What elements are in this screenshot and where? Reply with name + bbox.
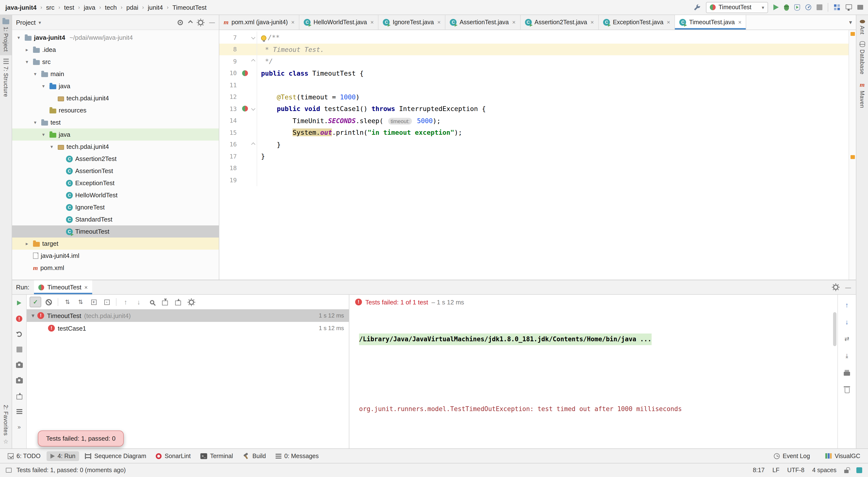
event-log-button[interactable]: Event Log xyxy=(770,451,814,461)
tree-item[interactable]: ▾ main xyxy=(12,68,219,80)
chevron-down-icon[interactable]: ▾ xyxy=(32,71,39,77)
tree-item[interactable]: IgnoreTest xyxy=(12,201,219,213)
error-stripe-mark[interactable] xyxy=(850,32,855,36)
code-area[interactable]: 7 /** 8 * Timeout Test. xyxy=(219,30,848,280)
run-tab[interactable]: TimeoutTest × xyxy=(34,280,92,294)
window-icon[interactable] xyxy=(857,5,863,10)
project-view-title[interactable]: Project xyxy=(16,19,36,26)
editor-tab[interactable]: HelloWorldTest.java × xyxy=(299,15,379,30)
breadcrumb-item[interactable]: java-junit4 xyxy=(5,3,37,12)
profiler-button[interactable] xyxy=(805,4,811,10)
run-class-gutter-icon[interactable] xyxy=(241,70,249,76)
file-encoding[interactable]: UTF-8 xyxy=(787,467,804,474)
tool-button-maven[interactable]: Maven xyxy=(856,78,868,111)
tree-item-root[interactable]: ▾ java-junit4 ~/pdai/www/java-junit4 xyxy=(12,32,219,44)
tool-button-sequence-diagram[interactable]: Sequence Diagram xyxy=(81,451,150,461)
hidden-tabs-icon[interactable]: ▾ xyxy=(849,20,852,25)
stop-button[interactable] xyxy=(816,4,823,10)
debug-button[interactable] xyxy=(784,4,789,10)
test-tree-row[interactable]: testCase1 1 s 12 ms xyxy=(27,322,349,335)
status-message[interactable]: Tests failed: 1, passed: 0 (moments ago) xyxy=(17,467,126,474)
breadcrumb-item[interactable]: junit4 xyxy=(147,3,163,12)
scroll-to-end-icon[interactable]: ⤓ xyxy=(841,350,853,361)
more-icon[interactable]: » xyxy=(13,422,25,433)
import-test-results-icon[interactable] xyxy=(159,297,171,307)
tree-item[interactable]: ▸ target xyxy=(12,238,219,250)
breadcrumb-item[interactable]: TimeoutTest xyxy=(172,3,207,12)
tree-item[interactable]: ▾ java xyxy=(12,129,219,141)
chevron-down-icon[interactable]: ▾ xyxy=(15,35,22,40)
editor-tab[interactable]: IgnoreTest.java × xyxy=(379,15,446,30)
print-icon[interactable] xyxy=(841,368,853,378)
tool-button-messages[interactable]: 0: Messages xyxy=(272,451,323,461)
breadcrumb-item[interactable]: java xyxy=(83,3,96,12)
tool-button-build[interactable]: Build xyxy=(239,451,270,461)
indent-setting[interactable]: 4 spaces xyxy=(812,467,836,474)
editor-tab[interactable]: ExceptionTest.java × xyxy=(599,15,675,30)
tool-button-structure[interactable]: 7: Structure xyxy=(0,55,12,100)
fold-marker-icon[interactable] xyxy=(249,138,257,150)
lock-icon[interactable] xyxy=(844,467,848,473)
tool-button-project[interactable]: 1: Project xyxy=(0,15,12,55)
error-stripe[interactable] xyxy=(848,30,856,280)
tree-item[interactable]: ▾ src xyxy=(12,56,219,68)
chevron-down-icon[interactable]: ▾ xyxy=(48,144,55,149)
collapse-all-icon[interactable] xyxy=(189,21,192,24)
tool-button-sonarlint[interactable]: SonarLint xyxy=(152,451,194,461)
editor-tab[interactable]: AssertionTest.java × xyxy=(445,15,520,30)
clear-console-icon[interactable] xyxy=(841,384,853,395)
tree-item[interactable]: StandardTest xyxy=(12,213,219,226)
breadcrumb-item[interactable]: pdai xyxy=(126,3,139,12)
run-button[interactable] xyxy=(773,4,779,10)
error-stripe-mark[interactable] xyxy=(850,155,855,159)
chevron-down-icon[interactable]: ▾ xyxy=(40,132,47,137)
tree-item[interactable]: resources xyxy=(12,104,219,116)
toggle-auto-test-button[interactable] xyxy=(13,329,25,339)
snapshot-button[interactable] xyxy=(13,375,25,386)
tree-item-selected[interactable]: TimeoutTest xyxy=(12,226,219,238)
settings-gear-icon[interactable] xyxy=(198,20,203,25)
tree-item[interactable]: java-junit4.iml xyxy=(12,250,219,262)
fold-marker-icon[interactable] xyxy=(249,103,257,115)
tree-item[interactable]: ▸ .idea xyxy=(12,44,219,56)
export-test-results-icon[interactable] xyxy=(172,297,184,307)
next-failed-test-icon[interactable]: ↓ xyxy=(133,297,145,307)
locate-file-icon[interactable] xyxy=(178,20,183,25)
tree-item[interactable]: ▾ test xyxy=(12,116,219,129)
close-icon[interactable]: × xyxy=(738,20,742,25)
line-separator[interactable]: LF xyxy=(772,467,779,474)
close-icon[interactable]: × xyxy=(437,20,440,25)
chevron-down-icon[interactable]: ▾ xyxy=(32,313,34,318)
soft-wrap-icon[interactable]: ⇄ xyxy=(841,334,853,344)
tree-item[interactable]: ExceptionTest xyxy=(12,177,219,189)
tree-item[interactable]: Assertion2Test xyxy=(12,153,219,165)
layout-icon[interactable] xyxy=(846,5,852,9)
tool-button-run[interactable]: 4: Run xyxy=(46,451,79,461)
thread-dump-button[interactable] xyxy=(13,360,25,370)
run-test-gutter-icon[interactable] xyxy=(241,106,249,112)
breadcrumb-item[interactable]: test xyxy=(64,3,75,12)
editor-tab[interactable]: Assertion2Test.java × xyxy=(520,15,599,30)
chevron-down-icon[interactable]: ▾ xyxy=(23,59,31,65)
tool-button-favorites[interactable]: 2: Favorites ☆ xyxy=(0,402,12,448)
previous-failed-test-icon[interactable]: ↑ xyxy=(120,297,131,307)
tree-item[interactable]: tech.pdai.junit4 xyxy=(12,92,219,104)
sort-by-duration-icon[interactable]: ⇅ xyxy=(75,297,86,307)
breadcrumb-item[interactable]: tech xyxy=(104,3,117,12)
run-configuration-select[interactable]: TimeoutTest ▾ xyxy=(706,2,768,13)
caret-position[interactable]: 8:17 xyxy=(753,467,765,474)
close-icon[interactable]: × xyxy=(512,20,516,25)
fold-marker-icon[interactable] xyxy=(249,32,257,43)
tree-item[interactable]: HelloWorldTest xyxy=(12,189,219,201)
up-the-stack-trace-button[interactable]: ↑ xyxy=(841,300,853,310)
tool-button-ant[interactable]: Ant xyxy=(856,15,868,38)
down-the-stack-trace-button[interactable]: ↓ xyxy=(841,316,853,327)
sort-alphabetically-icon[interactable]: ⇅ xyxy=(62,297,73,307)
show-passed-toggle[interactable]: ✓ xyxy=(30,297,41,307)
test-history-button[interactable] xyxy=(13,391,25,401)
tool-button-database[interactable]: Database xyxy=(856,38,868,78)
rerun-failed-tests-button[interactable] xyxy=(13,313,25,324)
chevron-down-icon[interactable]: ▾ xyxy=(32,120,39,125)
tree-item[interactable]: pom.xml xyxy=(12,262,219,274)
fold-marker-icon[interactable] xyxy=(249,55,257,67)
